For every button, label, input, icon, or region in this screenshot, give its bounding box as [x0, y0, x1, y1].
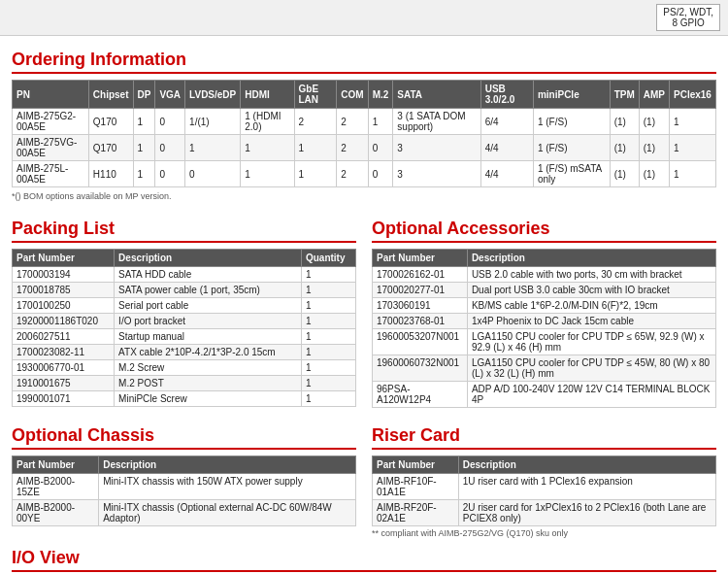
io-view-title: I/O View	[12, 548, 716, 572]
list-item: 19600060732N001LGA1150 CPU cooler for CP…	[373, 355, 716, 382]
optional-accessories-table: Part NumberDescription 1700026162-01USB …	[372, 249, 716, 408]
ordering-table: PNChipsetDPVGALVDS/eDPHDMIGbE LANCOMM.2S…	[12, 80, 716, 187]
ordering-note: *() BOM options available on MP version.	[12, 191, 716, 201]
list-item: 96PSA-A120W12P4ADP A/D 100-240V 120W 12V…	[373, 382, 716, 408]
list-item: 2006027511Startup manual1	[13, 329, 356, 345]
packing-title: Packing List	[12, 219, 356, 243]
table-row: AIMB-275VG-00A5EQ170101112034/41 (F/S)(1…	[13, 135, 716, 161]
ps2-label: PS/2, WDT, 8 GPIO	[656, 4, 720, 31]
list-item: 1700023082-11ATX cable 2*10P-4.2/1*3P-2.…	[13, 345, 356, 360]
table-row: AIMB-275G2-00A5EQ170101/(1)1 (HDMI 2.0)2…	[13, 109, 716, 135]
list-item: 1703060191KB/MS cable 1*6P-2.0/M-DIN 6(F…	[373, 298, 716, 314]
list-item: 19600053207N001LGA1150 CPU cooler for CP…	[373, 329, 716, 355]
optional-accessories-title: Optional Accessories	[372, 219, 716, 243]
list-item: AIMB-B2000-15ZEMini-ITX chassis with 150…	[13, 474, 356, 500]
optional-chassis-title: Optional Chassis	[12, 425, 356, 450]
ordering-title: Ordering Information	[12, 50, 716, 74]
riser-card-table: Part NumberDescription AIMB-RF10F-01A1E1…	[372, 456, 716, 526]
list-item: 1910001675M.2 POST1	[13, 376, 356, 391]
riser-note: ** compliant with AIMB-275G2/VG (Q170) s…	[372, 528, 716, 538]
list-item: 1700026162-01USB 2.0 cable with two port…	[373, 267, 716, 283]
list-item: 1990001071MiniPCle Screw1	[13, 391, 356, 407]
packing-table: Part NumberDescriptionQuantity 170000319…	[12, 249, 356, 407]
table-row: AIMB-275L-00A5EH110100112034/41 (F/S) mS…	[13, 161, 716, 187]
optional-chassis-table: Part NumberDescription AIMB-B2000-15ZEMi…	[12, 456, 356, 526]
list-item: 1700003194SATA HDD cable1	[13, 267, 356, 283]
list-item: 1700023768-011x4P Phoenix to DC Jack 15c…	[373, 314, 716, 329]
list-item: AIMB-B2000-00YEMini-ITX chassis (Optiona…	[13, 500, 356, 526]
list-item: 1700020277-01Dual port USB 3.0 cable 30c…	[373, 283, 716, 298]
list-item: 1700100250Serial port cable1	[13, 298, 356, 314]
list-item: AIMB-RF10F-01A1E1U riser card with 1 PCl…	[373, 474, 716, 500]
list-item: 19200001186T020I/O port bracket1	[13, 314, 356, 329]
list-item: AIMB-RF20F-02A1E2U riser card for 1xPCle…	[373, 500, 716, 526]
riser-card-title: Riser Card	[372, 425, 716, 450]
list-item: 1700018785SATA power cable (1 port, 35cm…	[13, 283, 356, 298]
list-item: 1930006770-01M.2 Screw1	[13, 360, 356, 376]
